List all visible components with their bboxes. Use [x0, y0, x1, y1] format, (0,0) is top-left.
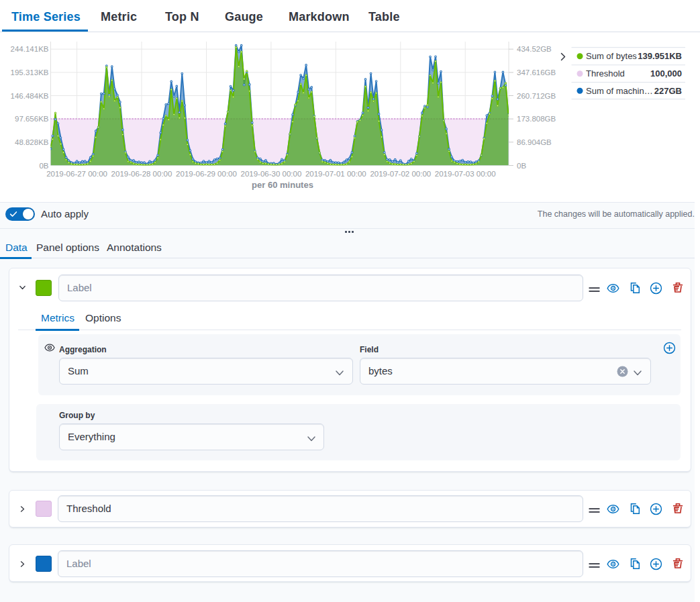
svg-text:244.141KB: 244.141KB — [11, 45, 49, 53]
svg-text:0B: 0B — [517, 162, 526, 170]
svg-text:146.484KB: 146.484KB — [11, 92, 49, 100]
svg-text:Sum of machin…: Sum of machin… — [586, 86, 653, 96]
svg-text:2019-07-03 00:00: 2019-07-03 00:00 — [435, 170, 496, 178]
svg-text:260.712GB: 260.712GB — [517, 92, 556, 100]
svg-text:97.656KB: 97.656KB — [15, 115, 49, 123]
svg-text:2019-07-02 00:00: 2019-07-02 00:00 — [370, 170, 431, 178]
svg-text:173.808GB: 173.808GB — [517, 115, 556, 123]
svg-text:2019-06-27 00:00: 2019-06-27 00:00 — [46, 170, 107, 178]
svg-text:2019-06-28 00:00: 2019-06-28 00:00 — [111, 170, 172, 178]
svg-text:2019-07-01 00:00: 2019-07-01 00:00 — [305, 170, 366, 178]
svg-text:86.904GB: 86.904GB — [517, 138, 552, 146]
svg-text:0B: 0B — [39, 162, 48, 170]
svg-text:48.828KB: 48.828KB — [15, 138, 49, 146]
svg-text:347.616GB: 347.616GB — [517, 68, 556, 77]
svg-text:195.313KB: 195.313KB — [11, 68, 49, 77]
svg-text:227GB: 227GB — [654, 86, 682, 96]
svg-text:Sum of bytes: Sum of bytes — [586, 51, 637, 61]
svg-text:per 60 minutes: per 60 minutes — [252, 180, 313, 190]
svg-text:434.52GB: 434.52GB — [517, 45, 552, 53]
svg-text:Threshold: Threshold — [586, 68, 625, 79]
svg-text:2019-06-30 00:00: 2019-06-30 00:00 — [240, 170, 301, 178]
svg-text:139.951KB: 139.951KB — [638, 51, 682, 61]
svg-text:2019-06-29 00:00: 2019-06-29 00:00 — [176, 170, 237, 178]
svg-text:100,000: 100,000 — [650, 68, 682, 79]
